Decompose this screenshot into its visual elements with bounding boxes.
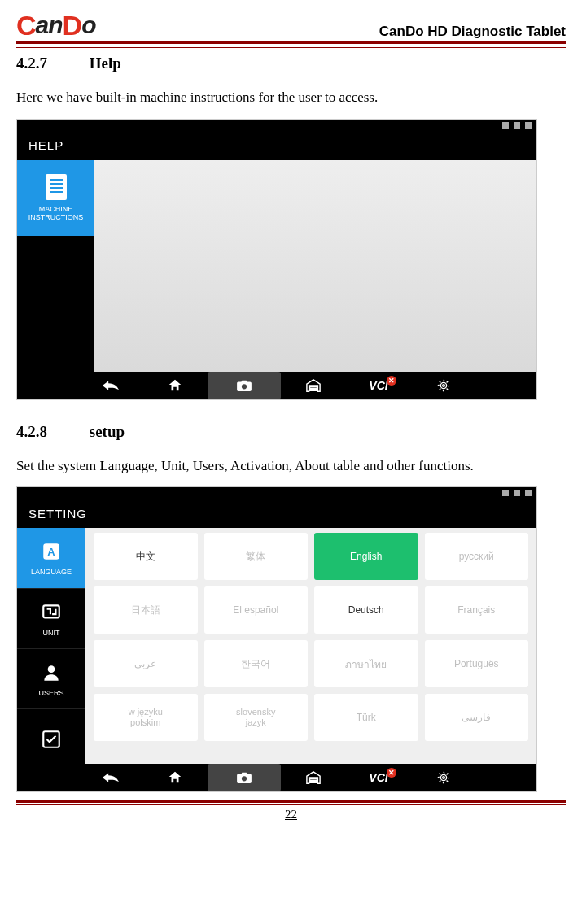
check-icon bbox=[40, 728, 63, 751]
language-row: w języku polskimslovensky jazykTürkفارسی bbox=[94, 694, 528, 741]
language-row: عربي한국어ภาษาไทยPortuguês bbox=[94, 640, 528, 687]
language-option[interactable]: El español bbox=[204, 586, 309, 634]
android-navbar: VCI✕ bbox=[17, 372, 536, 399]
section-body-help: Here we have built-in machine instructio… bbox=[16, 85, 566, 111]
document-icon bbox=[46, 174, 67, 200]
screenshot-button[interactable] bbox=[208, 372, 281, 399]
garage-button[interactable] bbox=[281, 372, 346, 399]
camera-icon bbox=[236, 379, 252, 392]
back-button[interactable] bbox=[77, 372, 142, 399]
vci-error-icon: ✕ bbox=[387, 768, 396, 778]
logo: CanDo bbox=[16, 8, 95, 40]
header-title: CanDo HD Diagnostic Tablet bbox=[379, 24, 566, 40]
language-option[interactable]: 繁体 bbox=[204, 533, 309, 580]
language-option[interactable]: Français bbox=[425, 586, 529, 634]
sidebar-item-label: UNIT bbox=[43, 629, 60, 637]
garage-button[interactable] bbox=[281, 764, 346, 791]
footer-rule: 22 bbox=[16, 804, 566, 822]
sidebar-item-unit[interactable]: UNIT bbox=[17, 588, 85, 648]
vci-button[interactable]: VCI✕ bbox=[346, 764, 411, 791]
vci-error-icon: ✕ bbox=[387, 376, 396, 386]
sidebar-item-machine-instructions[interactable]: MACHINE INSTRUCTIONS bbox=[17, 160, 94, 236]
section-heading-setup: 4.2.8 setup bbox=[16, 423, 566, 441]
language-option[interactable]: Türk bbox=[314, 694, 418, 741]
vci-label: VCI✕ bbox=[369, 379, 387, 392]
android-statusbar bbox=[17, 120, 536, 131]
status-icon bbox=[514, 122, 520, 129]
sidebar-item-label: USERS bbox=[38, 689, 63, 697]
language-option[interactable]: slovensky jazyk bbox=[204, 694, 309, 741]
home-icon bbox=[168, 378, 182, 393]
help-content-area bbox=[94, 160, 536, 372]
section-number: 4.2.8 bbox=[16, 423, 85, 441]
help-screenshot: HELP MACHINE INSTRUCTIONS VCI✕ bbox=[16, 119, 537, 400]
status-icon bbox=[514, 490, 520, 496]
settings-button[interactable] bbox=[411, 764, 476, 791]
page-header: CanDo CanDo HD Diagnostic Tablet bbox=[16, 8, 566, 44]
language-option[interactable]: w języku polskim bbox=[94, 694, 198, 741]
language-option[interactable]: 한국어 bbox=[204, 640, 309, 687]
footer-rule bbox=[16, 800, 566, 803]
unit-icon bbox=[40, 601, 63, 624]
section-title: Help bbox=[90, 54, 121, 72]
vci-label: VCI✕ bbox=[369, 771, 387, 784]
app-titlebar: SETTING bbox=[17, 499, 536, 528]
language-option[interactable]: русский bbox=[425, 533, 529, 580]
back-button[interactable] bbox=[77, 764, 142, 791]
language-row: 日本語El españolDeutschFrançais bbox=[94, 586, 528, 634]
gear-icon bbox=[436, 378, 451, 393]
sidebar-item-label: MACHINE INSTRUCTIONS bbox=[28, 205, 84, 221]
screenshot-button[interactable] bbox=[208, 764, 281, 791]
section-heading-help: 4.2.7 Help bbox=[16, 54, 566, 72]
sidebar-item-users[interactable]: USERS bbox=[17, 648, 85, 708]
vci-button[interactable]: VCI✕ bbox=[346, 372, 411, 399]
svg-point-3 bbox=[48, 665, 55, 673]
home-button[interactable] bbox=[142, 764, 208, 791]
setting-sidebar: ALANGUAGEUNITUSERS bbox=[17, 528, 85, 764]
sidebar-item-label: LANGUAGE bbox=[31, 568, 72, 576]
language-option[interactable]: فارسی bbox=[425, 694, 529, 741]
lang-icon: A bbox=[40, 540, 63, 563]
section-title: setup bbox=[90, 423, 125, 440]
page-number: 22 bbox=[285, 808, 297, 821]
language-row: 中文繁体Englishрусский bbox=[94, 533, 528, 580]
status-icon bbox=[502, 490, 509, 496]
status-icon bbox=[502, 122, 509, 129]
home-icon bbox=[168, 770, 182, 785]
language-option[interactable]: ภาษาไทย bbox=[314, 640, 418, 687]
sidebar-item-check[interactable] bbox=[17, 708, 85, 769]
language-option[interactable]: Deutsch bbox=[314, 586, 418, 634]
language-option[interactable]: English bbox=[314, 533, 418, 580]
back-arrow-icon bbox=[101, 772, 119, 783]
language-option[interactable]: عربي bbox=[94, 640, 198, 687]
section-number: 4.2.7 bbox=[16, 54, 85, 72]
back-arrow-icon bbox=[101, 380, 119, 391]
language-grid: 中文繁体Englishрусский日本語El españolDeutschFr… bbox=[85, 528, 536, 764]
home-button[interactable] bbox=[142, 372, 208, 399]
camera-icon bbox=[236, 771, 252, 784]
settings-button[interactable] bbox=[411, 372, 476, 399]
language-option[interactable]: Português bbox=[425, 640, 529, 687]
page-footer: 22 bbox=[16, 800, 566, 822]
android-statusbar bbox=[17, 487, 536, 499]
android-navbar: VCI✕ bbox=[17, 764, 536, 791]
user-icon bbox=[40, 661, 63, 684]
garage-icon bbox=[305, 378, 322, 393]
language-option[interactable]: 日本語 bbox=[94, 586, 198, 634]
svg-text:A: A bbox=[47, 547, 55, 559]
sidebar-item-language[interactable]: ALANGUAGE bbox=[17, 528, 85, 588]
language-option[interactable]: 中文 bbox=[94, 533, 198, 580]
garage-icon bbox=[305, 770, 322, 785]
setting-screenshot: SETTING ALANGUAGEUNITUSERS 中文繁体Englishру… bbox=[16, 486, 537, 792]
app-body: MACHINE INSTRUCTIONS bbox=[17, 160, 536, 372]
status-icon bbox=[525, 122, 532, 129]
status-icon bbox=[525, 490, 532, 496]
header-rule bbox=[16, 47, 566, 48]
logo-text: CanDo bbox=[16, 8, 95, 40]
app-titlebar: HELP bbox=[17, 131, 536, 160]
gear-icon bbox=[436, 770, 451, 785]
setting-body: ALANGUAGEUNITUSERS 中文繁体Englishрусский日本語… bbox=[17, 528, 536, 764]
help-sidebar: MACHINE INSTRUCTIONS bbox=[17, 160, 94, 372]
section-body-setup: Set the system Language, Unit, Users, Ac… bbox=[16, 454, 566, 479]
